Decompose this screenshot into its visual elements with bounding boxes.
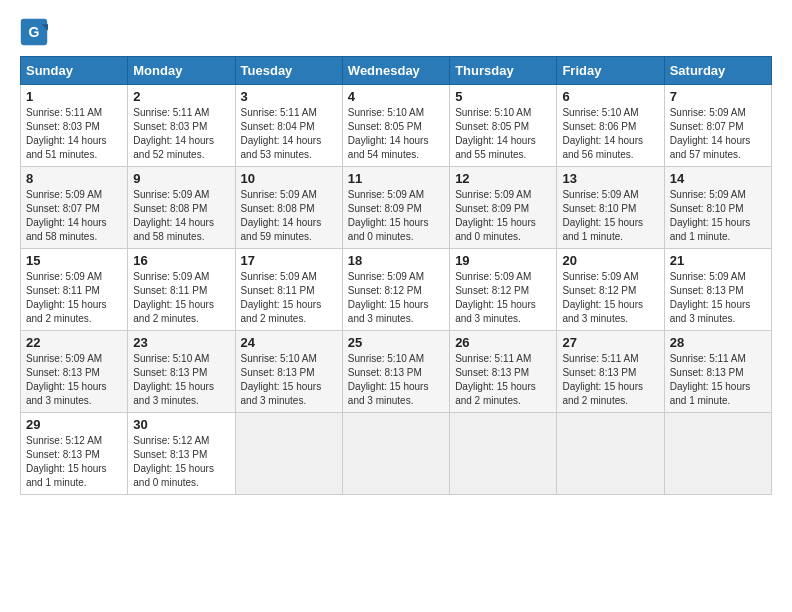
weekday-header: Sunday [21,57,128,85]
weekday-header: Tuesday [235,57,342,85]
day-number: 18 [348,253,444,268]
calendar-cell: 26Sunrise: 5:11 AM Sunset: 8:13 PM Dayli… [450,331,557,413]
calendar-cell: 8Sunrise: 5:09 AM Sunset: 8:07 PM Daylig… [21,167,128,249]
calendar-cell: 12Sunrise: 5:09 AM Sunset: 8:09 PM Dayli… [450,167,557,249]
day-number: 22 [26,335,122,350]
calendar-cell [235,413,342,495]
day-info: Sunrise: 5:10 AM Sunset: 8:13 PM Dayligh… [348,352,444,408]
weekday-header: Friday [557,57,664,85]
day-info: Sunrise: 5:12 AM Sunset: 8:13 PM Dayligh… [133,434,229,490]
calendar-cell: 13Sunrise: 5:09 AM Sunset: 8:10 PM Dayli… [557,167,664,249]
day-number: 6 [562,89,658,104]
day-number: 2 [133,89,229,104]
day-info: Sunrise: 5:09 AM Sunset: 8:08 PM Dayligh… [133,188,229,244]
calendar-week: 1Sunrise: 5:11 AM Sunset: 8:03 PM Daylig… [21,85,772,167]
day-info: Sunrise: 5:11 AM Sunset: 8:13 PM Dayligh… [670,352,766,408]
calendar-cell: 25Sunrise: 5:10 AM Sunset: 8:13 PM Dayli… [342,331,449,413]
day-number: 16 [133,253,229,268]
day-info: Sunrise: 5:09 AM Sunset: 8:11 PM Dayligh… [241,270,337,326]
day-number: 1 [26,89,122,104]
calendar-cell: 29Sunrise: 5:12 AM Sunset: 8:13 PM Dayli… [21,413,128,495]
calendar-cell: 1Sunrise: 5:11 AM Sunset: 8:03 PM Daylig… [21,85,128,167]
day-info: Sunrise: 5:10 AM Sunset: 8:05 PM Dayligh… [348,106,444,162]
day-number: 28 [670,335,766,350]
calendar-cell: 30Sunrise: 5:12 AM Sunset: 8:13 PM Dayli… [128,413,235,495]
calendar-cell: 6Sunrise: 5:10 AM Sunset: 8:06 PM Daylig… [557,85,664,167]
day-number: 10 [241,171,337,186]
day-number: 26 [455,335,551,350]
day-number: 11 [348,171,444,186]
day-info: Sunrise: 5:12 AM Sunset: 8:13 PM Dayligh… [26,434,122,490]
day-info: Sunrise: 5:09 AM Sunset: 8:12 PM Dayligh… [455,270,551,326]
svg-text:G: G [29,24,40,40]
calendar-header: SundayMondayTuesdayWednesdayThursdayFrid… [21,57,772,85]
calendar-cell: 3Sunrise: 5:11 AM Sunset: 8:04 PM Daylig… [235,85,342,167]
calendar-cell [557,413,664,495]
weekday-header: Monday [128,57,235,85]
day-number: 7 [670,89,766,104]
day-number: 5 [455,89,551,104]
day-info: Sunrise: 5:09 AM Sunset: 8:13 PM Dayligh… [670,270,766,326]
calendar-cell [664,413,771,495]
day-number: 15 [26,253,122,268]
calendar-cell: 2Sunrise: 5:11 AM Sunset: 8:03 PM Daylig… [128,85,235,167]
day-info: Sunrise: 5:09 AM Sunset: 8:12 PM Dayligh… [562,270,658,326]
calendar-table: SundayMondayTuesdayWednesdayThursdayFrid… [20,56,772,495]
day-number: 25 [348,335,444,350]
calendar-cell: 28Sunrise: 5:11 AM Sunset: 8:13 PM Dayli… [664,331,771,413]
day-number: 14 [670,171,766,186]
calendar-week: 29Sunrise: 5:12 AM Sunset: 8:13 PM Dayli… [21,413,772,495]
day-info: Sunrise: 5:09 AM Sunset: 8:10 PM Dayligh… [562,188,658,244]
calendar-week: 15Sunrise: 5:09 AM Sunset: 8:11 PM Dayli… [21,249,772,331]
calendar-cell: 9Sunrise: 5:09 AM Sunset: 8:08 PM Daylig… [128,167,235,249]
day-info: Sunrise: 5:09 AM Sunset: 8:07 PM Dayligh… [670,106,766,162]
calendar-cell [450,413,557,495]
day-number: 12 [455,171,551,186]
calendar-cell: 27Sunrise: 5:11 AM Sunset: 8:13 PM Dayli… [557,331,664,413]
calendar-cell: 5Sunrise: 5:10 AM Sunset: 8:05 PM Daylig… [450,85,557,167]
weekday-header: Thursday [450,57,557,85]
calendar-cell: 18Sunrise: 5:09 AM Sunset: 8:12 PM Dayli… [342,249,449,331]
day-info: Sunrise: 5:10 AM Sunset: 8:13 PM Dayligh… [241,352,337,408]
calendar-cell: 14Sunrise: 5:09 AM Sunset: 8:10 PM Dayli… [664,167,771,249]
calendar-cell: 16Sunrise: 5:09 AM Sunset: 8:11 PM Dayli… [128,249,235,331]
day-info: Sunrise: 5:09 AM Sunset: 8:11 PM Dayligh… [26,270,122,326]
day-number: 9 [133,171,229,186]
day-number: 17 [241,253,337,268]
calendar-cell: 15Sunrise: 5:09 AM Sunset: 8:11 PM Dayli… [21,249,128,331]
logo: G [20,18,52,46]
day-number: 13 [562,171,658,186]
calendar-cell: 10Sunrise: 5:09 AM Sunset: 8:08 PM Dayli… [235,167,342,249]
day-number: 27 [562,335,658,350]
calendar-cell: 7Sunrise: 5:09 AM Sunset: 8:07 PM Daylig… [664,85,771,167]
day-number: 8 [26,171,122,186]
day-info: Sunrise: 5:10 AM Sunset: 8:05 PM Dayligh… [455,106,551,162]
calendar-week: 22Sunrise: 5:09 AM Sunset: 8:13 PM Dayli… [21,331,772,413]
calendar-cell: 24Sunrise: 5:10 AM Sunset: 8:13 PM Dayli… [235,331,342,413]
day-info: Sunrise: 5:09 AM Sunset: 8:13 PM Dayligh… [26,352,122,408]
calendar-cell: 17Sunrise: 5:09 AM Sunset: 8:11 PM Dayli… [235,249,342,331]
day-info: Sunrise: 5:10 AM Sunset: 8:13 PM Dayligh… [133,352,229,408]
day-info: Sunrise: 5:09 AM Sunset: 8:09 PM Dayligh… [348,188,444,244]
weekday-header: Saturday [664,57,771,85]
day-number: 20 [562,253,658,268]
logo-icon: G [20,18,48,46]
day-info: Sunrise: 5:09 AM Sunset: 8:07 PM Dayligh… [26,188,122,244]
day-number: 4 [348,89,444,104]
day-number: 24 [241,335,337,350]
day-number: 19 [455,253,551,268]
day-number: 21 [670,253,766,268]
header: G [20,18,772,46]
calendar-cell: 4Sunrise: 5:10 AM Sunset: 8:05 PM Daylig… [342,85,449,167]
day-info: Sunrise: 5:09 AM Sunset: 8:12 PM Dayligh… [348,270,444,326]
calendar-cell: 23Sunrise: 5:10 AM Sunset: 8:13 PM Dayli… [128,331,235,413]
day-info: Sunrise: 5:09 AM Sunset: 8:09 PM Dayligh… [455,188,551,244]
day-info: Sunrise: 5:10 AM Sunset: 8:06 PM Dayligh… [562,106,658,162]
day-info: Sunrise: 5:11 AM Sunset: 8:03 PM Dayligh… [26,106,122,162]
calendar-cell: 11Sunrise: 5:09 AM Sunset: 8:09 PM Dayli… [342,167,449,249]
day-number: 29 [26,417,122,432]
calendar-cell: 21Sunrise: 5:09 AM Sunset: 8:13 PM Dayli… [664,249,771,331]
day-info: Sunrise: 5:11 AM Sunset: 8:03 PM Dayligh… [133,106,229,162]
day-info: Sunrise: 5:09 AM Sunset: 8:11 PM Dayligh… [133,270,229,326]
day-info: Sunrise: 5:09 AM Sunset: 8:08 PM Dayligh… [241,188,337,244]
